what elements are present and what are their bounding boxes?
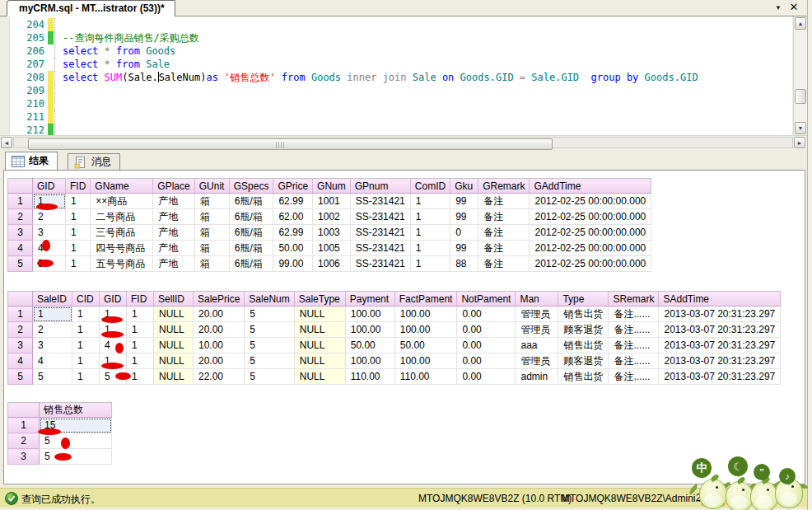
grid-cell[interactable]: 备注: [478, 241, 530, 256]
grid-cell[interactable]: 2: [33, 322, 72, 338]
column-header[interactable]: SaleType: [294, 292, 345, 306]
grid-cell[interactable]: 0.00: [457, 338, 516, 353]
tab-messages[interactable]: 消息: [68, 153, 120, 170]
grid-cell[interactable]: NULL: [154, 322, 194, 338]
grid-cell[interactable]: 5: [245, 369, 294, 385]
grid-cell[interactable]: 100.00: [345, 306, 394, 322]
editor-vscrollbar[interactable]: ▲ ▼: [793, 16, 807, 135]
grid-cell[interactable]: 3: [33, 338, 72, 353]
column-header[interactable]: Gku: [450, 179, 478, 194]
grid-cell[interactable]: 100.00: [394, 306, 457, 322]
scroll-right-icon[interactable]: ►: [794, 137, 805, 148]
row-header[interactable]: 1: [8, 418, 40, 433]
grid-cell[interactable]: 100.00: [345, 353, 394, 369]
grid-cell[interactable]: 箱: [194, 194, 229, 209]
grid-cell[interactable]: 1: [72, 322, 100, 338]
grid-cell[interactable]: 5: [245, 306, 294, 322]
grid-cell[interactable]: 2013-03-07 20:31:23.297: [659, 338, 781, 353]
grid-cell[interactable]: 1: [410, 194, 450, 209]
grid-cell[interactable]: NULL: [154, 338, 194, 353]
column-header[interactable]: SaleNum: [245, 292, 294, 306]
grid-cell[interactable]: 100.00: [394, 353, 457, 369]
column-header[interactable]: GID: [100, 292, 127, 306]
row-header[interactable]: 4: [8, 241, 33, 256]
grid-cell[interactable]: 62.00: [273, 209, 313, 225]
grid-cell[interactable]: 1: [72, 306, 100, 322]
code-text[interactable]: [54, 18, 63, 31]
tab-list-dropdown-icon[interactable]: ▼: [772, 3, 784, 13]
grid-cell[interactable]: 88: [450, 256, 478, 272]
grid-cell[interactable]: 5: [245, 338, 294, 353]
hscroll-thumb[interactable]: [28, 138, 553, 150]
code-text[interactable]: select * from Goods: [54, 44, 175, 58]
grid-cell[interactable]: 2012-02-25 00:00:00.000: [530, 225, 651, 241]
grid-cell[interactable]: ××商品: [91, 194, 153, 209]
grid-cell[interactable]: 1003: [313, 225, 351, 241]
grid-corner-cell[interactable]: [8, 292, 33, 306]
grid-cell[interactable]: 10.00: [194, 338, 245, 353]
grid-cell[interactable]: 管理员: [516, 306, 558, 322]
grid-cell[interactable]: 1: [127, 338, 154, 353]
grid-cell[interactable]: 6瓶/箱: [229, 209, 273, 225]
column-header[interactable]: GID: [33, 179, 66, 194]
grid-cell[interactable]: 产地: [153, 194, 194, 209]
grid-cell[interactable]: 1: [66, 241, 91, 256]
grid-cell[interactable]: 110.00: [394, 369, 457, 385]
grid-cell[interactable]: SS-231421: [350, 241, 410, 256]
grid-cell[interactable]: 3: [33, 225, 66, 241]
grid-cell[interactable]: 备注......: [609, 353, 659, 369]
vscroll-thumb[interactable]: [795, 89, 806, 104]
row-header[interactable]: 2: [8, 322, 33, 338]
grid-cell[interactable]: 2012-02-25 00:00:00.000: [530, 209, 651, 225]
code-text[interactable]: [54, 84, 63, 97]
grid-cell[interactable]: 1: [66, 256, 91, 272]
document-tab[interactable]: myCRM.sql - MT...istrator (53))*: [7, 0, 175, 16]
grid-cell[interactable]: 2013-03-07 20:31:23.297: [659, 353, 781, 369]
mascot-bird[interactable]: [699, 479, 727, 509]
grid-cell[interactable]: 1: [127, 322, 154, 338]
row-header[interactable]: 3: [8, 449, 40, 465]
column-header[interactable]: FID: [127, 292, 154, 306]
grid-cell[interactable]: 箱: [194, 256, 229, 272]
grid-cell[interactable]: 99.00: [273, 256, 313, 272]
grid-cell[interactable]: 0.00: [457, 306, 516, 322]
column-header[interactable]: SaleID: [33, 292, 72, 306]
column-header[interactable]: GUnit: [194, 179, 229, 194]
grid-cell[interactable]: aaa: [516, 338, 558, 353]
grid-cell[interactable]: 1: [410, 256, 450, 272]
column-header[interactable]: Man: [516, 292, 558, 306]
column-header[interactable]: GNum: [313, 179, 351, 194]
grid-cell[interactable]: 1: [72, 369, 100, 385]
grid-cell[interactable]: 6瓶/箱: [229, 194, 273, 209]
grid-cell[interactable]: 6瓶/箱: [229, 256, 273, 272]
row-header[interactable]: 5: [8, 369, 33, 385]
grid-cell[interactable]: 1: [66, 194, 91, 209]
column-header[interactable]: GPnum: [350, 179, 410, 194]
grid-cell[interactable]: NULL: [294, 353, 345, 369]
grid-cell[interactable]: 5: [40, 449, 112, 465]
code-text[interactable]: [54, 124, 63, 135]
mascot-bird[interactable]: [726, 481, 754, 510]
grid-cell[interactable]: 管理员: [516, 353, 558, 369]
grid-cell[interactable]: 99: [450, 241, 478, 256]
column-header[interactable]: Payment: [345, 292, 394, 306]
sql-editor[interactable]: 204205--查询每件商品销售/采购总数206select * from Go…: [2, 16, 792, 135]
column-header[interactable]: GPlace: [153, 179, 194, 194]
grid-cell[interactable]: 1: [410, 241, 450, 256]
grid-cell[interactable]: 二号商品: [91, 209, 153, 225]
column-header[interactable]: CID: [72, 292, 100, 306]
column-header[interactable]: GPrice: [273, 179, 313, 194]
scroll-left-icon[interactable]: ◄: [1, 137, 12, 148]
grid-cell[interactable]: 1: [410, 209, 450, 225]
grid-cell[interactable]: 2013-03-07 20:31:23.297: [659, 306, 781, 322]
column-header[interactable]: FID: [66, 179, 91, 194]
row-header[interactable]: 5: [8, 256, 33, 272]
grid-cell[interactable]: 1001: [313, 194, 351, 209]
grid-cell[interactable]: 顾客退货: [558, 322, 609, 338]
grid-cell[interactable]: 备注......: [609, 338, 659, 353]
grid-cell[interactable]: 四号号商品: [91, 241, 153, 256]
row-header[interactable]: 2: [8, 433, 40, 449]
grid-cell[interactable]: 110.00: [345, 369, 394, 385]
grid-cell[interactable]: 五号号商品: [91, 256, 153, 272]
grid-cell[interactable]: 2013-03-07 20:31:23.297: [659, 322, 781, 338]
